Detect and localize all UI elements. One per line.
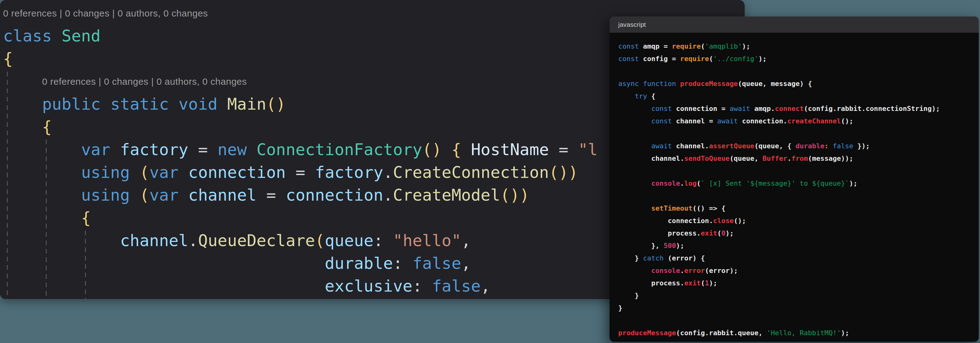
code-line: try { [618, 90, 970, 102]
language-label: javascript [618, 21, 646, 28]
code-line: channel.sendToQueue(queue, Buffer.from(m… [618, 152, 970, 165]
code-line: const connection = await amqp.connect(co… [618, 102, 970, 115]
code-line: async function produceMessage(queue, mes… [618, 78, 970, 90]
code-line: setTimeout(() => { [618, 202, 970, 215]
code-line: const config = require('../config'); [618, 53, 970, 65]
javascript-code: const amqp = require('amqplib');const co… [609, 33, 979, 342]
code-line [618, 65, 970, 78]
code-line [618, 190, 970, 202]
code-line: console.error(error); [618, 265, 970, 277]
code-line: } [618, 289, 970, 302]
code-line: process.exit(0); [618, 227, 970, 239]
code-line [618, 165, 970, 177]
code-line: }, 500); [618, 239, 970, 252]
code-line: const amqp = require('amqplib'); [618, 40, 970, 53]
code-line [618, 314, 970, 327]
code-line: produceMessage(config.rabbit.queue, 'Hel… [618, 327, 970, 339]
code-line: await channel.assertQueue(queue, { durab… [618, 140, 970, 152]
code-line: process.exit(1); [618, 277, 970, 289]
code-line: const channel = await connection.createC… [618, 115, 970, 128]
code-line: } [618, 302, 970, 314]
code-line [618, 128, 970, 140]
javascript-code-card: javascript const amqp = require('amqplib… [609, 16, 979, 342]
code-line: connection.close(); [618, 215, 970, 227]
code-line: } catch (error) { [618, 252, 970, 265]
code-line: console.log(` [x] Sent '${message}' to $… [618, 177, 970, 190]
code-card-header: javascript [609, 16, 979, 33]
